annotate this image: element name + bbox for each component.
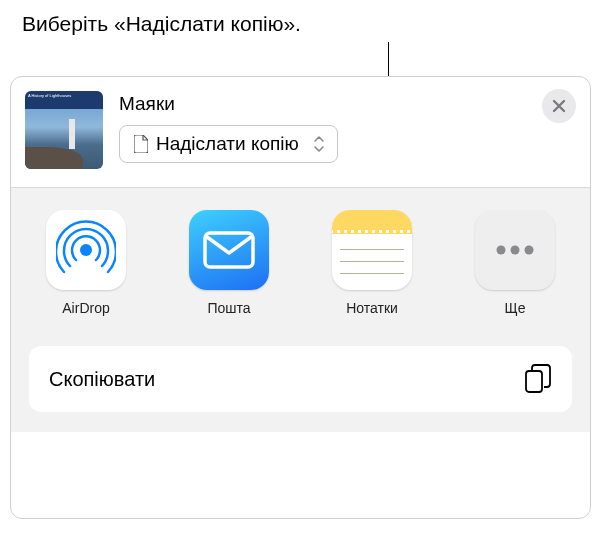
share-app-airdrop[interactable]: AirDrop <box>41 210 131 316</box>
svg-point-3 <box>511 246 520 255</box>
app-label: Нотатки <box>346 300 398 316</box>
svg-point-2 <box>497 246 506 255</box>
header-info: Маяки Надіслати копію <box>119 91 576 163</box>
share-app-mail[interactable]: Пошта <box>184 210 274 316</box>
svg-point-0 <box>80 244 92 256</box>
more-icon <box>475 210 555 290</box>
sheet-header: A History of Lighthouses Маяки Надіслати… <box>11 77 590 187</box>
airdrop-icon <box>46 210 126 290</box>
svg-point-4 <box>525 246 534 255</box>
callout-text: Виберіть «Надіслати копію». <box>22 12 301 36</box>
document-icon <box>134 135 148 153</box>
share-app-more[interactable]: Ще <box>470 210 560 316</box>
document-thumbnail: A History of Lighthouses <box>25 91 103 169</box>
copy-action[interactable]: Скопіювати <box>29 346 572 412</box>
thumb-title: A History of Lighthouses <box>28 93 71 98</box>
action-label: Скопіювати <box>49 368 155 391</box>
document-title: Маяки <box>119 93 576 115</box>
app-label: AirDrop <box>62 300 109 316</box>
apps-section: AirDrop Пошта Н <box>11 188 590 334</box>
app-label: Пошта <box>207 300 250 316</box>
share-app-notes[interactable]: Нотатки <box>327 210 417 316</box>
close-icon <box>552 99 566 113</box>
send-mode-dropdown[interactable]: Надіслати копію <box>119 125 338 163</box>
mail-icon <box>189 210 269 290</box>
share-sheet: A History of Lighthouses Маяки Надіслати… <box>10 76 591 519</box>
copy-icon <box>524 364 552 394</box>
dropdown-label: Надіслати копію <box>156 133 299 155</box>
actions-section: Скопіювати <box>11 334 590 432</box>
chevron-up-down-icon <box>313 135 325 153</box>
svg-rect-1 <box>205 233 253 267</box>
app-label: Ще <box>505 300 526 316</box>
notes-icon <box>332 210 412 290</box>
svg-rect-5 <box>526 371 542 392</box>
close-button[interactable] <box>542 89 576 123</box>
apps-row: AirDrop Пошта Н <box>41 210 560 316</box>
